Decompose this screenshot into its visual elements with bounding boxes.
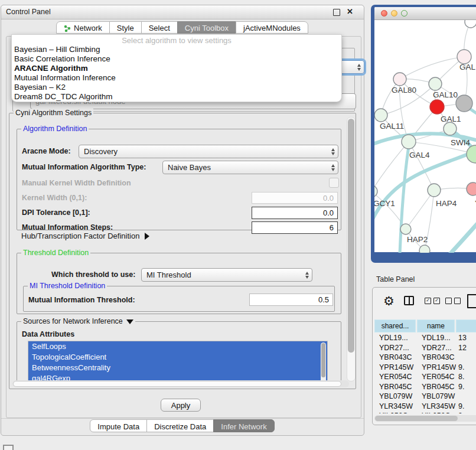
algorithm-dropdown-popup: Select algorithm to view settings Bayesi… bbox=[11, 34, 342, 102]
table-row[interactable]: YIL052CYIL052C9 bbox=[374, 411, 476, 413]
table-horizontal-scrollbar[interactable] bbox=[374, 415, 476, 422]
node-hap2[interactable] bbox=[400, 224, 411, 234]
dropdown-item[interactable]: Bayesian – Hill Climbing bbox=[12, 45, 341, 54]
combo-value: Naive Bayes bbox=[163, 163, 328, 172]
manual-kernel-checkbox[interactable] bbox=[329, 178, 339, 188]
zoom-button[interactable] bbox=[401, 10, 407, 17]
hub-definition-expander[interactable]: Hub/Transcription Factor Definition bbox=[21, 231, 149, 240]
tab-network[interactable]: Network bbox=[56, 21, 110, 34]
table-cell: YIL052C bbox=[374, 412, 417, 413]
node-gal1b[interactable] bbox=[444, 122, 457, 135]
table-cell: YLR345W bbox=[374, 402, 417, 410]
aracne-mode-combo[interactable]: Discovery bbox=[79, 145, 338, 158]
kernel-width-label: Kernel Width (0,1): bbox=[22, 194, 87, 202]
tab-style[interactable]: Style bbox=[109, 21, 142, 34]
mi-steps-field[interactable]: 6 bbox=[252, 221, 338, 234]
table-panel-window: ⚙ ✓✓ shared...name YDL19...YDL19...13YDR… bbox=[372, 287, 476, 425]
dropdown-item[interactable]: Basic Correlation Inference bbox=[12, 54, 341, 64]
data-attributes-label: Data Attributes bbox=[22, 330, 74, 338]
mi-threshold-label: Mutual Information Threshold: bbox=[28, 296, 135, 304]
network-edge-highlighted[interactable] bbox=[450, 219, 476, 253]
group-title: Cyni Algorithm Settings bbox=[14, 109, 93, 117]
column-header[interactable] bbox=[456, 319, 476, 332]
network-canvas[interactable]: GALGAL80GAL10GAL1GAL11SWI4GAL4GCY1HAP4YH… bbox=[374, 20, 476, 253]
table-row[interactable]: YER054CYER054C8. bbox=[374, 372, 476, 382]
table-cell: 8. bbox=[456, 373, 476, 381]
attribute-item[interactable]: BetweennessCentrality bbox=[28, 363, 327, 373]
node-label: HAP4 bbox=[436, 199, 457, 208]
node-top[interactable] bbox=[465, 20, 476, 28]
node-gcy1[interactable] bbox=[374, 185, 377, 197]
close-button[interactable] bbox=[381, 10, 387, 17]
table-cell: 9. bbox=[456, 402, 476, 410]
minimize-button[interactable] bbox=[391, 10, 397, 17]
table-row[interactable]: YLR345WYLR345W9. bbox=[374, 402, 476, 412]
panel-title: Control Panel bbox=[6, 8, 51, 16]
column-header[interactable]: shared... bbox=[374, 319, 416, 332]
node-gal-pink[interactable] bbox=[457, 50, 471, 64]
algorithm-definition-group: Algorithm Definition Aracne Mode: Discov… bbox=[17, 129, 341, 230]
node-salmon[interactable] bbox=[467, 182, 476, 195]
footer-tab-infer-network[interactable]: Infer Network bbox=[213, 419, 274, 432]
mi-algorithm-type-combo[interactable]: Naive Bayes bbox=[162, 161, 338, 174]
group-title: Algorithm Definition bbox=[21, 125, 89, 133]
column-header[interactable]: name bbox=[417, 319, 455, 332]
node-gal1[interactable] bbox=[430, 100, 444, 114]
deselect-all-columns-icon[interactable] bbox=[445, 298, 461, 304]
dropdown-item[interactable]: Dream8 DC_TDC Algorithm bbox=[12, 92, 341, 102]
table-cell: YER054C bbox=[417, 373, 456, 381]
tab-label: Select bbox=[149, 24, 170, 32]
data-attributes-list[interactable]: SelfLoopsTopologicalCoefficientBetweenne… bbox=[28, 341, 328, 386]
close-icon[interactable]: ✕ bbox=[347, 7, 353, 16]
tab-select[interactable]: Select bbox=[141, 21, 178, 34]
node-label: HAP2 bbox=[407, 235, 428, 244]
control-panel-tabbar: NetworkStyleSelectCyni ToolboxjActiveMNo… bbox=[1, 21, 364, 35]
tab-label: Network bbox=[74, 24, 102, 32]
collapse-arrow-icon[interactable] bbox=[126, 319, 133, 324]
footer-tab-impute-data[interactable]: Impute Data bbox=[90, 419, 147, 432]
node-gal4[interactable] bbox=[402, 135, 416, 149]
attribute-item[interactable]: TopologicalCoefficient bbox=[28, 352, 327, 363]
node-gray[interactable] bbox=[456, 95, 472, 112]
network-edge[interactable] bbox=[400, 57, 464, 79]
table-row[interactable]: YDL19...YDL19...13 bbox=[374, 333, 476, 343]
columns-icon[interactable] bbox=[404, 296, 414, 305]
table-cell: YPR145W bbox=[417, 363, 456, 371]
tab-cyni-toolbox[interactable]: Cyni Toolbox bbox=[177, 21, 236, 34]
dropdown-item[interactable]: Mutual Information Inference bbox=[12, 73, 341, 83]
dropdown-item[interactable]: Bayesian – K2 bbox=[12, 83, 341, 92]
network-edge[interactable] bbox=[409, 142, 434, 190]
table-row[interactable]: YPR145WYPR145W9. bbox=[374, 363, 476, 373]
node-hap4[interactable] bbox=[428, 184, 441, 197]
apply-button[interactable]: Apply bbox=[161, 399, 201, 412]
float-window-icon[interactable] bbox=[333, 9, 340, 16]
table-row[interactable]: YBL079WYBL079W bbox=[374, 392, 476, 402]
dropdown-item[interactable]: ARACNE Algorithm bbox=[12, 64, 341, 73]
node-gal80[interactable] bbox=[393, 73, 406, 86]
node-swi4[interactable] bbox=[467, 145, 476, 163]
table-cell: YBR043C bbox=[374, 353, 417, 361]
control-panel-footer: Impute DataDiscretize DataInfer Network bbox=[1, 418, 364, 437]
gear-icon[interactable]: ⚙ bbox=[383, 295, 395, 308]
export-table-icon[interactable] bbox=[467, 294, 476, 308]
tab-jactivemnodules[interactable]: jActiveMNodules bbox=[236, 21, 308, 34]
table-cell: 9. bbox=[456, 363, 476, 371]
attribute-item[interactable]: SelfLoops bbox=[28, 341, 327, 352]
node-gal11[interactable] bbox=[374, 109, 387, 122]
list-scrollbar[interactable] bbox=[321, 343, 326, 383]
footer-tab-discretize-data[interactable]: Discretize Data bbox=[146, 419, 214, 432]
aracne-mode-label: Aracne Mode: bbox=[22, 147, 71, 155]
table-row[interactable]: YDR27...YDR27...12 bbox=[374, 343, 476, 353]
which-threshold-combo[interactable]: MI Threshold bbox=[141, 268, 312, 282]
settings-horizontal-scrollbar[interactable] bbox=[12, 380, 349, 387]
dpi-tolerance-field[interactable]: 0.0 bbox=[252, 207, 338, 219]
combo-arrows-icon bbox=[328, 148, 338, 155]
node-bottom[interactable] bbox=[419, 245, 430, 253]
table-row[interactable]: YBR045CYBR045C9. bbox=[374, 382, 476, 392]
settings-vertical-scrollbar[interactable] bbox=[347, 117, 356, 381]
kernel-width-field[interactable]: 0.0 bbox=[252, 192, 338, 204]
table-row[interactable]: YBR043CYBR043C bbox=[374, 353, 476, 363]
mi-threshold-field[interactable]: 0.5 bbox=[249, 294, 333, 306]
node-gal10[interactable] bbox=[429, 77, 442, 90]
select-all-columns-icon[interactable]: ✓✓ bbox=[425, 298, 440, 304]
